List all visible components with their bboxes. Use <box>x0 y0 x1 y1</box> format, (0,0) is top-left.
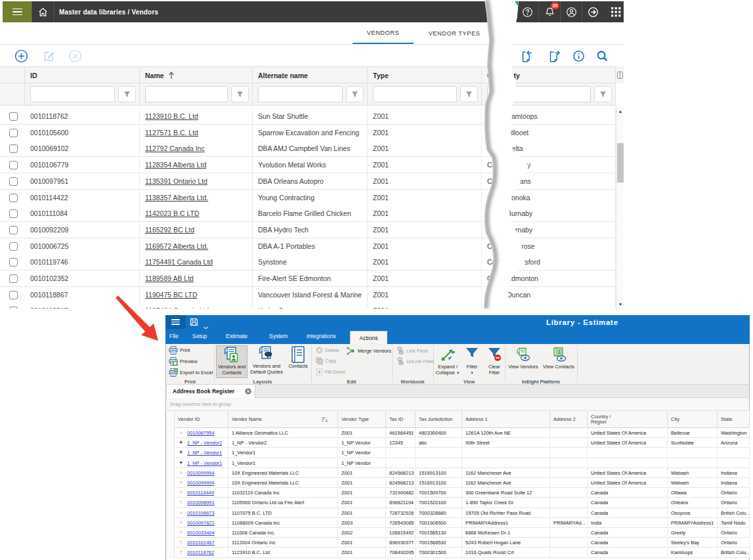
cell-name[interactable]: 112792 Canada Inc <box>140 140 253 156</box>
filter-button-city[interactable] <box>594 86 612 102</box>
grid-row[interactable]: +00100875541 Alliance Geomatics LLCZ0014… <box>166 428 750 438</box>
table-row[interactable]: 00101188671190475 BC LTDVancouver Island… <box>0 287 616 303</box>
table-row[interactable]: 00101144221138357 Alberta Ltd.Young Cont… <box>0 190 616 206</box>
filter-button-ribbon[interactable]: Filter▼ <box>462 345 482 378</box>
grid-row[interactable]: +001009999410X Engineered Materials LLCZ… <box>166 468 750 478</box>
expand-plus-icon[interactable]: + <box>179 530 183 535</box>
table-row[interactable]: 00100922091165292 BC LtdDBA Hydro TechZ0… <box>0 222 616 238</box>
group-by-bar[interactable]: Drag columns here to group <box>165 398 750 411</box>
layout-vendors-and-default-quotes-button[interactable]: Vendors andDefault Quotes <box>249 345 284 378</box>
cell-name[interactable]: 1142023 B.C LTD <box>140 205 253 221</box>
search-button[interactable] <box>594 48 610 64</box>
grid-cell-vendor_id[interactable]: +0010099994 <box>175 468 228 478</box>
expand-plus-icon[interactable]: + <box>179 431 183 435</box>
table-row[interactable]: 00101056001127571 B.C. LtdSparrow Excava… <box>0 125 616 141</box>
grid-cell-vendor_id[interactable]: +0010097822 <box>175 518 228 528</box>
expand-plus-icon[interactable]: + <box>179 471 183 475</box>
merge-vendors-button[interactable]: Merge Vendors <box>346 347 391 355</box>
expand-plus-icon[interactable]: + <box>179 500 183 505</box>
grid-row[interactable]: +0010033404111008 Canada inc.Z0021058154… <box>166 528 750 538</box>
layout-contacts-button[interactable]: Contacts <box>286 345 311 378</box>
row-checkbox[interactable] <box>9 194 18 202</box>
cell-name[interactable]: 1128354 Alberta Ltd <box>140 157 253 173</box>
column-header-country[interactable]: Country <box>482 67 502 83</box>
home-button[interactable] <box>32 1 54 22</box>
view-vendors-button[interactable]: View Vendors <box>507 345 540 378</box>
filter-input-city[interactable] <box>507 86 591 102</box>
table-row[interactable]: 00101185171197404 Canada LtdHydro Concre… <box>0 303 616 309</box>
grid-cell-vendor_id[interactable]: +0010099994 <box>175 478 228 488</box>
table-row[interactable]: 00101023521189589 AB LtdFire-Alert SE Ed… <box>0 270 616 287</box>
grid-row[interactable]: +001011944911032119 Canada IncZ001731900… <box>166 488 750 498</box>
grid-column-addr1[interactable]: Address 1 <box>462 411 550 428</box>
menu-actions-active[interactable]: Actions <box>350 331 387 344</box>
print-button[interactable]: Print <box>169 346 190 355</box>
tab-vendors[interactable]: VENDORS <box>353 22 414 44</box>
grid-cell-vendor_id[interactable]: +1_NP - Vendor1 <box>175 458 228 468</box>
export-to-excel-button[interactable]: Export to Excel <box>169 368 213 377</box>
cell-name[interactable]: 1127571 B.C. Ltd <box>140 125 253 140</box>
grid-row[interactable]: +001009999410X Engineered Materials LLCZ… <box>166 478 750 488</box>
cell-name[interactable]: 1169572 Alberta Ltd. <box>140 238 253 254</box>
expand-collapse-button[interactable]: Expand /Collapse ▼ <box>433 345 462 378</box>
row-checkbox[interactable] <box>9 209 18 218</box>
table-row[interactable]: 00100067251169572 Alberta Ltd.DBA A-1 Po… <box>0 238 616 255</box>
grid-column-state[interactable]: State <box>718 411 750 428</box>
row-checkbox[interactable] <box>9 161 18 169</box>
column-chooser-button[interactable] <box>616 66 624 83</box>
column-header-alt[interactable]: Alternate name <box>253 67 368 83</box>
grid-cell-vendor_id[interactable]: +1_NP - Vendor2 <box>175 438 228 448</box>
table-row[interactable]: 00101067791128354 Alberta LtdYvolution M… <box>0 157 616 173</box>
expand-plus-icon[interactable]: + <box>179 450 183 455</box>
filter-button-type[interactable] <box>460 86 478 102</box>
filter-input-id[interactable] <box>30 86 115 102</box>
filter-button-name[interactable] <box>231 86 249 102</box>
row-checkbox[interactable] <box>9 177 18 186</box>
close-tab-icon[interactable] <box>245 388 251 396</box>
menu-file[interactable]: File <box>169 329 179 343</box>
grid-row[interactable]: +00100989911105900 Ontario Ltd oa Fire A… <box>166 498 750 507</box>
row-checkbox[interactable] <box>9 274 18 283</box>
help-button[interactable] <box>517 1 538 22</box>
row-checkbox[interactable] <box>9 307 18 309</box>
grid-row[interactable]: +001009782211088009 Canada IncZ003726543… <box>166 518 750 528</box>
expand-plus-icon[interactable]: + <box>179 540 183 545</box>
table-row[interactable]: 001011974611754491 Canada LtdSynstoneZ00… <box>0 254 616 270</box>
grid-row[interactable]: +1_NP - Vendor11_Vendor11_NP Vendor <box>166 458 750 468</box>
apps-button[interactable] <box>603 1 624 22</box>
grid-cell-vendor_id[interactable]: +0010102467 <box>175 538 228 548</box>
column-header-name[interactable]: Name <box>140 67 253 83</box>
grid-column-vendor_name[interactable]: Vendor Name <box>228 411 338 428</box>
view-contacts-button[interactable]: View Contacts <box>542 345 576 378</box>
grid-column-addr2[interactable]: Address 2 <box>550 411 588 428</box>
scrollbar-thumb[interactable] <box>617 143 624 183</box>
notifications-button[interactable]: 20 <box>538 1 560 22</box>
filter-button-id[interactable] <box>118 86 136 102</box>
menu-integrations[interactable]: Integrations <box>307 329 335 343</box>
column-header-city[interactable]: City <box>502 67 616 83</box>
grid-cell-vendor_id[interactable]: +0010033404 <box>175 528 228 538</box>
table-row[interactable]: 0010069102112792 Canada IncDBA AMJ Campb… <box>0 140 616 157</box>
row-checkbox[interactable] <box>9 291 18 299</box>
expand-plus-icon[interactable]: + <box>179 490 183 495</box>
import-button[interactable] <box>518 48 534 64</box>
edit-button[interactable] <box>41 48 56 64</box>
scroll-up-arrow[interactable]: ▲ <box>616 106 624 116</box>
clear-filter-button[interactable]: ClearFilter <box>484 345 505 378</box>
cell-name[interactable]: 1190475 BC LTD <box>140 287 253 303</box>
cell-name[interactable]: 1189589 AB Ltd <box>140 270 253 286</box>
grid-column-vendor_id[interactable]: Vendor ID <box>175 411 228 428</box>
layout-vendors-and-contacts-button[interactable]: Vendors andContacts <box>216 345 247 378</box>
logout-button[interactable] <box>582 1 603 22</box>
grid-cell-vendor_id[interactable]: +1_NP - Vendor1 <box>175 448 228 458</box>
table-row[interactable]: 00101110841142023 B.C LTDBarcelo Flame G… <box>0 205 616 222</box>
menu-setup[interactable]: Setup <box>192 329 207 343</box>
filter-input-type[interactable] <box>373 86 457 102</box>
row-checkbox[interactable] <box>9 242 18 251</box>
grid-row[interactable]: +00101024671112004 Ontario IncZ001896930… <box>166 538 750 548</box>
grid-column-city[interactable]: City <box>668 411 718 428</box>
row-checkbox[interactable] <box>9 144 18 153</box>
menu-estimate[interactable]: Estimate <box>226 329 247 343</box>
save-button[interactable] <box>190 317 198 329</box>
grid-column-country[interactable]: Country /Region <box>588 411 668 428</box>
